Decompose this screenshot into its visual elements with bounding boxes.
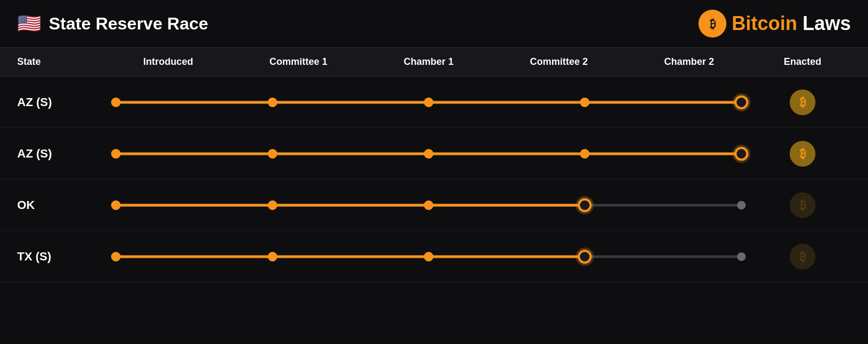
node-dot-committee1 xyxy=(268,149,277,159)
header-right: ₿ Bitcoin Laws xyxy=(698,10,851,38)
node-dot-committee2 xyxy=(578,250,592,264)
page-title: State Reserve Race xyxy=(49,14,208,34)
node-dot-introduced xyxy=(111,200,121,210)
node-introduced xyxy=(111,200,121,210)
node-introduced xyxy=(111,98,121,107)
state-label: AZ (S) xyxy=(17,147,103,161)
node-chamber2 xyxy=(737,201,746,210)
node-dot-chamber1 xyxy=(424,252,433,261)
bitcoin-laws-text: Bitcoin Laws xyxy=(732,12,851,35)
col-committee1: Committee 1 xyxy=(233,56,364,68)
us-flag-icon: 🇺🇸 xyxy=(17,14,41,33)
node-dot-committee2 xyxy=(580,98,590,107)
node-dot-chamber2 xyxy=(737,252,746,261)
node-committee2 xyxy=(578,250,592,264)
table-row: OK₿ xyxy=(0,180,868,231)
progress-track xyxy=(103,138,754,170)
node-dot-committee1 xyxy=(268,98,277,107)
col-state: State xyxy=(17,56,103,68)
page-header: 🇺🇸 State Reserve Race ₿ Bitcoin Laws xyxy=(0,0,868,48)
node-introduced xyxy=(111,149,121,159)
bitcoin-enacted-icon: ₿ xyxy=(790,89,815,115)
enacted-cell: ₿ xyxy=(754,89,851,115)
enacted-cell: ₿ xyxy=(754,244,851,270)
bitcoin-enacted-icon: ₿ xyxy=(790,141,815,167)
node-chamber2 xyxy=(734,147,748,161)
node-dot-committee2 xyxy=(578,198,592,212)
table-row: AZ (S)₿ xyxy=(0,77,868,128)
node-dot-committee1 xyxy=(268,252,277,261)
node-committee2 xyxy=(580,149,590,159)
eagle-icon: ₿ xyxy=(698,10,726,38)
node-chamber2 xyxy=(737,252,746,261)
bitcoin-laws-brand[interactable]: ₿ Bitcoin Laws xyxy=(698,10,851,38)
col-introduced: Introduced xyxy=(103,56,233,68)
node-committee1 xyxy=(268,252,277,261)
node-committee1 xyxy=(268,98,277,107)
col-chamber1: Chamber 1 xyxy=(364,56,494,68)
svg-text:₿: ₿ xyxy=(709,17,715,31)
node-dot-committee2 xyxy=(580,149,590,159)
state-label: TX (S) xyxy=(17,250,103,264)
table-header: State Introduced Committee 1 Chamber 1 C… xyxy=(0,48,868,77)
node-committee1 xyxy=(268,200,277,210)
state-label: OK xyxy=(17,198,103,212)
track-active-line xyxy=(116,204,585,206)
node-chamber1 xyxy=(424,200,433,210)
node-introduced xyxy=(111,252,121,261)
node-chamber1 xyxy=(424,98,433,107)
node-dot-chamber1 xyxy=(424,149,433,159)
node-chamber2 xyxy=(734,95,748,109)
enacted-cell: ₿ xyxy=(754,192,851,218)
node-dot-chamber2 xyxy=(737,201,746,210)
col-committee2: Committee 2 xyxy=(494,56,624,68)
col-chamber2: Chamber 2 xyxy=(624,56,754,68)
node-dot-chamber2 xyxy=(734,95,748,109)
progress-track xyxy=(103,241,754,273)
node-chamber1 xyxy=(424,149,433,159)
node-dot-committee1 xyxy=(268,200,277,210)
bitcoin-word: Bitcoin xyxy=(732,12,797,34)
table-row: TX (S)₿ xyxy=(0,231,868,282)
node-dot-introduced xyxy=(111,98,121,107)
node-dot-introduced xyxy=(111,252,121,261)
node-dot-chamber1 xyxy=(424,98,433,107)
progress-track xyxy=(103,86,754,118)
node-committee1 xyxy=(268,149,277,159)
enacted-cell: ₿ xyxy=(754,141,851,167)
table-row: AZ (S)₿ xyxy=(0,128,868,180)
node-dot-chamber2 xyxy=(734,147,748,161)
bitcoin-enacted-icon: ₿ xyxy=(790,244,815,270)
header-left: 🇺🇸 State Reserve Race xyxy=(17,14,208,34)
node-committee2 xyxy=(580,98,590,107)
table-body: AZ (S)₿AZ (S)₿OK₿TX (S)₿ xyxy=(0,77,868,282)
progress-track xyxy=(103,189,754,221)
node-chamber1 xyxy=(424,252,433,261)
node-committee2 xyxy=(578,198,592,212)
bitcoin-enacted-icon: ₿ xyxy=(790,192,815,218)
node-dot-introduced xyxy=(111,149,121,159)
track-active-line xyxy=(116,255,585,258)
node-dot-chamber1 xyxy=(424,200,433,210)
col-enacted: Enacted xyxy=(754,56,851,68)
state-label: AZ (S) xyxy=(17,95,103,109)
laws-word2: Laws xyxy=(803,12,851,34)
